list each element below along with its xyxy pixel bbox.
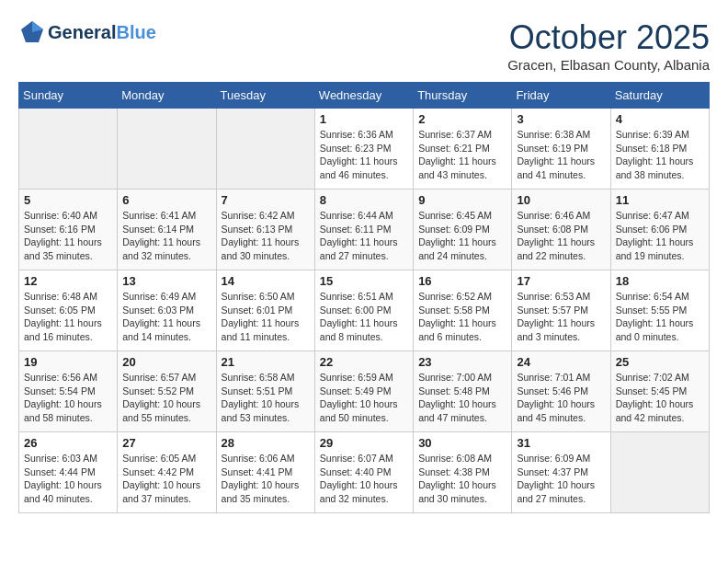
calendar-cell: 10Sunrise: 6:46 AMSunset: 6:08 PMDayligh…	[512, 190, 610, 270]
calendar-cell: 28Sunrise: 6:06 AMSunset: 4:41 PMDayligh…	[216, 432, 314, 513]
calendar-cell: 31Sunrise: 6:09 AMSunset: 4:37 PMDayligh…	[512, 432, 610, 513]
day-info: Sunrise: 6:57 AMSunset: 5:52 PMDaylight:…	[122, 371, 210, 425]
logo-icon	[18, 18, 46, 46]
day-info: Sunrise: 6:58 AMSunset: 5:51 PMDaylight:…	[222, 371, 310, 425]
calendar-week-row: 19Sunrise: 6:56 AMSunset: 5:54 PMDayligh…	[19, 351, 710, 432]
day-number: 22	[320, 355, 408, 369]
logo-blue: Blue	[116, 22, 155, 42]
day-info: Sunrise: 6:46 AMSunset: 6:08 PMDaylight:…	[517, 209, 605, 263]
day-info: Sunrise: 7:00 AMSunset: 5:48 PMDaylight:…	[418, 371, 506, 425]
calendar-cell	[216, 109, 314, 190]
calendar-cell: 6Sunrise: 6:41 AMSunset: 6:14 PMDaylight…	[118, 190, 216, 270]
day-info: Sunrise: 6:37 AMSunset: 6:21 PMDaylight:…	[418, 128, 506, 182]
title-block: October 2025 Gracen, Elbasan County, Alb…	[507, 18, 710, 73]
day-info: Sunrise: 6:42 AMSunset: 6:13 PMDaylight:…	[222, 209, 310, 263]
location: Gracen, Elbasan County, Albania	[507, 57, 710, 73]
day-info: Sunrise: 6:03 AMSunset: 4:44 PMDaylight:…	[24, 452, 112, 506]
day-number: 7	[222, 193, 310, 207]
day-info: Sunrise: 6:49 AMSunset: 6:03 PMDaylight:…	[122, 290, 210, 344]
day-number: 3	[517, 112, 605, 126]
calendar-cell: 2Sunrise: 6:37 AMSunset: 6:21 PMDaylight…	[414, 109, 512, 190]
day-info: Sunrise: 6:48 AMSunset: 6:05 PMDaylight:…	[24, 290, 112, 344]
weekday-header: Monday	[118, 83, 216, 109]
calendar-week-row: 26Sunrise: 6:03 AMSunset: 4:44 PMDayligh…	[19, 432, 710, 513]
day-info: Sunrise: 6:53 AMSunset: 5:57 PMDaylight:…	[517, 290, 605, 344]
logo: GeneralBlue	[18, 18, 156, 46]
day-number: 10	[517, 193, 605, 207]
calendar-cell: 14Sunrise: 6:50 AMSunset: 6:01 PMDayligh…	[216, 270, 314, 351]
calendar-cell: 29Sunrise: 6:07 AMSunset: 4:40 PMDayligh…	[314, 432, 413, 513]
day-number: 17	[517, 274, 605, 288]
calendar-cell: 20Sunrise: 6:57 AMSunset: 5:52 PMDayligh…	[118, 351, 216, 432]
calendar-cell: 4Sunrise: 6:39 AMSunset: 6:18 PMDaylight…	[610, 109, 709, 190]
day-info: Sunrise: 6:40 AMSunset: 6:16 PMDaylight:…	[24, 209, 112, 263]
weekday-header-row: SundayMondayTuesdayWednesdayThursdayFrid…	[19, 83, 710, 109]
day-number: 12	[24, 274, 112, 288]
calendar-cell	[610, 432, 709, 513]
calendar-cell: 19Sunrise: 6:56 AMSunset: 5:54 PMDayligh…	[19, 351, 118, 432]
day-number: 28	[222, 436, 310, 450]
weekday-header: Sunday	[19, 83, 118, 109]
day-number: 5	[24, 193, 112, 207]
calendar-cell: 25Sunrise: 7:02 AMSunset: 5:45 PMDayligh…	[610, 351, 709, 432]
logo-general: General	[48, 22, 116, 42]
day-number: 29	[320, 436, 408, 450]
day-info: Sunrise: 6:08 AMSunset: 4:38 PMDaylight:…	[418, 452, 506, 506]
day-number: 26	[24, 436, 112, 450]
calendar-cell: 7Sunrise: 6:42 AMSunset: 6:13 PMDaylight…	[216, 190, 314, 270]
day-number: 13	[122, 274, 210, 288]
calendar-cell: 15Sunrise: 6:51 AMSunset: 6:00 PMDayligh…	[314, 270, 413, 351]
weekday-header: Thursday	[414, 83, 512, 109]
weekday-header: Saturday	[610, 83, 709, 109]
calendar-cell: 11Sunrise: 6:47 AMSunset: 6:06 PMDayligh…	[610, 190, 709, 270]
page-header: GeneralBlue October 2025 Gracen, Elbasan…	[18, 18, 710, 73]
calendar-week-row: 12Sunrise: 6:48 AMSunset: 6:05 PMDayligh…	[19, 270, 710, 351]
day-info: Sunrise: 6:05 AMSunset: 4:42 PMDaylight:…	[122, 452, 210, 506]
day-info: Sunrise: 6:38 AMSunset: 6:19 PMDaylight:…	[517, 128, 605, 182]
calendar-cell: 12Sunrise: 6:48 AMSunset: 6:05 PMDayligh…	[19, 270, 118, 351]
day-number: 21	[222, 355, 310, 369]
day-info: Sunrise: 6:36 AMSunset: 6:23 PMDaylight:…	[320, 128, 408, 182]
day-info: Sunrise: 6:59 AMSunset: 5:49 PMDaylight:…	[320, 371, 408, 425]
day-info: Sunrise: 6:50 AMSunset: 6:01 PMDaylight:…	[222, 290, 310, 344]
day-number: 31	[517, 436, 605, 450]
day-info: Sunrise: 6:47 AMSunset: 6:06 PMDaylight:…	[616, 209, 704, 263]
day-info: Sunrise: 6:44 AMSunset: 6:11 PMDaylight:…	[320, 209, 408, 263]
weekday-header: Friday	[512, 83, 610, 109]
day-info: Sunrise: 6:51 AMSunset: 6:00 PMDaylight:…	[320, 290, 408, 344]
day-number: 23	[418, 355, 506, 369]
calendar-week-row: 1Sunrise: 6:36 AMSunset: 6:23 PMDaylight…	[19, 109, 710, 190]
day-info: Sunrise: 6:52 AMSunset: 5:58 PMDaylight:…	[418, 290, 506, 344]
calendar-cell	[118, 109, 216, 190]
day-number: 14	[222, 274, 310, 288]
calendar-cell: 21Sunrise: 6:58 AMSunset: 5:51 PMDayligh…	[216, 351, 314, 432]
day-info: Sunrise: 6:56 AMSunset: 5:54 PMDaylight:…	[24, 371, 112, 425]
calendar-cell: 5Sunrise: 6:40 AMSunset: 6:16 PMDaylight…	[19, 190, 118, 270]
day-info: Sunrise: 7:01 AMSunset: 5:46 PMDaylight:…	[517, 371, 605, 425]
calendar-cell: 3Sunrise: 6:38 AMSunset: 6:19 PMDaylight…	[512, 109, 610, 190]
day-number: 18	[616, 274, 704, 288]
calendar-week-row: 5Sunrise: 6:40 AMSunset: 6:16 PMDaylight…	[19, 190, 710, 270]
calendar-cell: 27Sunrise: 6:05 AMSunset: 4:42 PMDayligh…	[118, 432, 216, 513]
day-number: 2	[418, 112, 506, 126]
calendar-cell: 9Sunrise: 6:45 AMSunset: 6:09 PMDaylight…	[414, 190, 512, 270]
calendar-cell: 1Sunrise: 6:36 AMSunset: 6:23 PMDaylight…	[314, 109, 413, 190]
day-number: 4	[616, 112, 704, 126]
month-title: October 2025	[507, 18, 710, 57]
weekday-header: Tuesday	[216, 83, 314, 109]
day-info: Sunrise: 6:41 AMSunset: 6:14 PMDaylight:…	[122, 209, 210, 263]
calendar-cell: 24Sunrise: 7:01 AMSunset: 5:46 PMDayligh…	[512, 351, 610, 432]
weekday-header: Wednesday	[314, 83, 413, 109]
calendar-cell: 18Sunrise: 6:54 AMSunset: 5:55 PMDayligh…	[610, 270, 709, 351]
day-info: Sunrise: 7:02 AMSunset: 5:45 PMDaylight:…	[616, 371, 704, 425]
day-number: 8	[320, 193, 408, 207]
calendar-cell: 13Sunrise: 6:49 AMSunset: 6:03 PMDayligh…	[118, 270, 216, 351]
day-number: 19	[24, 355, 112, 369]
day-number: 20	[122, 355, 210, 369]
day-number: 6	[122, 193, 210, 207]
day-number: 30	[418, 436, 506, 450]
day-number: 27	[122, 436, 210, 450]
day-info: Sunrise: 6:54 AMSunset: 5:55 PMDaylight:…	[616, 290, 704, 344]
day-number: 1	[320, 112, 408, 126]
day-info: Sunrise: 6:45 AMSunset: 6:09 PMDaylight:…	[418, 209, 506, 263]
